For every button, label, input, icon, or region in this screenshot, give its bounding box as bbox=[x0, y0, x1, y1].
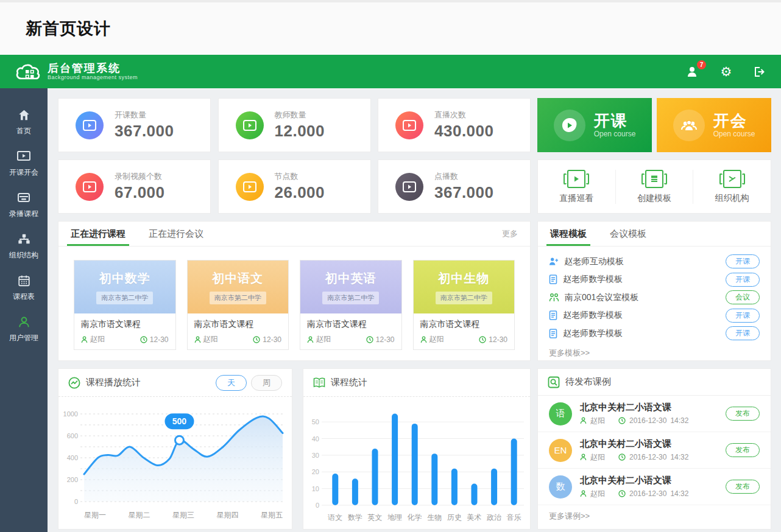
course-time: 12-30 bbox=[376, 335, 395, 344]
template-row: 赵老师数学模板 开课 bbox=[549, 324, 760, 343]
course-card[interactable]: 初中数学 南京市第二中学 南京市语文课程 赵阳 12-30 bbox=[74, 260, 176, 350]
publish-pill[interactable]: 发布 bbox=[726, 443, 760, 457]
ongoing-more-link[interactable]: 更多 bbox=[502, 228, 518, 239]
bar[interactable] bbox=[352, 478, 358, 505]
data-point-marker[interactable] bbox=[175, 436, 183, 444]
live-play-icon bbox=[567, 170, 585, 188]
course-card[interactable]: 初中语文 南京市第二中学 南京市语文课程 赵阳 12-30 bbox=[187, 260, 289, 350]
y-tick-label: 0 bbox=[316, 502, 319, 509]
cloud-logo-icon bbox=[15, 61, 41, 82]
more-templates-link[interactable]: 更多模板>> bbox=[538, 343, 771, 363]
app-title-group: 后台管理系统 Background management system bbox=[48, 63, 138, 81]
bar[interactable] bbox=[431, 453, 437, 505]
subject-avatar: EN bbox=[549, 439, 572, 462]
bar[interactable] bbox=[451, 469, 458, 505]
chart-title: 课程统计 bbox=[331, 377, 367, 388]
settings-button[interactable]: ⚙ bbox=[719, 65, 733, 79]
course-card[interactable]: 初中生物 南京市第二中学 南京市语文课程 赵阳 12-30 bbox=[413, 260, 515, 350]
template-name: 南京001会议室模板 bbox=[565, 292, 638, 303]
bar[interactable] bbox=[392, 413, 398, 505]
action-subtitle: Open course bbox=[713, 130, 755, 138]
start-course-pill[interactable]: 开课 bbox=[726, 309, 760, 323]
subject-avatar: 数 bbox=[549, 475, 572, 499]
start-course-pill[interactable]: 开课 bbox=[726, 326, 760, 340]
open-course-button[interactable]: 开课 Open course bbox=[537, 98, 652, 152]
bar[interactable] bbox=[332, 474, 338, 505]
tab-meeting-templates[interactable]: 会议模板 bbox=[610, 222, 646, 246]
ongoing-panel: 正在进行课程 正在进行会议 更多 初中数学 南京市第二中学 南京市语文课程 bbox=[58, 221, 531, 361]
course-teacher: 赵阳 bbox=[316, 334, 331, 345]
course-statistics-card: 课程统计 01020304050语文数学英文地理化学生物历史美术政治音乐 bbox=[303, 368, 531, 530]
clock-icon bbox=[618, 453, 626, 461]
toggle-week[interactable]: 周 bbox=[251, 375, 282, 391]
bar[interactable] bbox=[472, 483, 478, 505]
person-icon bbox=[307, 336, 314, 343]
video-screen-icon bbox=[16, 150, 31, 163]
start-course-pill[interactable]: 开课 bbox=[726, 254, 760, 268]
book-icon bbox=[313, 377, 325, 388]
more-lessons-link[interactable]: 更多课例>> bbox=[538, 505, 771, 527]
x-tick-label: 星期一 bbox=[84, 511, 106, 519]
bar[interactable] bbox=[491, 469, 497, 505]
file-icon bbox=[549, 310, 557, 320]
course-statistics-bar-chart: 01020304050语文数学英文地理化学生物历史美术政治音乐 bbox=[303, 397, 530, 528]
stat-value: 430.000 bbox=[434, 122, 493, 141]
x-tick-label: 星期二 bbox=[129, 511, 150, 519]
play-circle-icon bbox=[236, 173, 264, 201]
tab-ongoing-courses[interactable]: 正在进行课程 bbox=[71, 222, 125, 246]
sidebar-item-timetable[interactable]: 课程表 bbox=[0, 267, 48, 309]
x-tick-label: 星期五 bbox=[261, 511, 283, 519]
bar[interactable] bbox=[511, 439, 517, 505]
stat-value: 367.000 bbox=[434, 183, 493, 202]
y-tick-label: 10 bbox=[312, 485, 319, 492]
toggle-day[interactable]: 天 bbox=[216, 375, 247, 391]
publish-pill[interactable]: 发布 bbox=[726, 480, 760, 494]
sidebar-item-user-management[interactable]: 用户管理 bbox=[0, 309, 48, 350]
template-row: 赵老师数学模板 开课 bbox=[549, 271, 760, 289]
y-tick-label: 400 bbox=[67, 454, 78, 461]
start-meeting-pill[interactable]: 会议 bbox=[726, 290, 760, 304]
play-circle-icon bbox=[395, 111, 423, 139]
start-course-pill[interactable]: 开课 bbox=[726, 273, 760, 287]
person-icon bbox=[580, 453, 587, 461]
publish-pill[interactable]: 发布 bbox=[726, 407, 760, 421]
quick-link-organization[interactable]: 组织机构 bbox=[693, 170, 771, 204]
sidebar-item-organization[interactable]: 组织结构 bbox=[0, 226, 48, 267]
open-meeting-button[interactable]: 开会 Open course bbox=[657, 98, 771, 152]
quick-link-create-template[interactable]: 创建模板 bbox=[615, 170, 693, 204]
lesson-title: 北京中关村二小语文课 bbox=[580, 438, 688, 450]
person-add-icon bbox=[549, 257, 559, 266]
sidebar-item-open-course-meeting[interactable]: 开课开会 bbox=[0, 143, 48, 184]
x-tick-label: 地理 bbox=[387, 513, 402, 522]
tab-ongoing-meetings[interactable]: 正在进行会议 bbox=[149, 222, 203, 246]
course-school-badge: 南京市第二中学 bbox=[210, 292, 266, 304]
user-notifications-button[interactable]: 7 bbox=[686, 65, 701, 79]
lesson-teacher: 赵阳 bbox=[590, 452, 605, 463]
course-subject: 初中数学 bbox=[99, 270, 150, 287]
course-time: 12-30 bbox=[263, 335, 281, 344]
sidebar-item-recorded-courses[interactable]: 录播课程 bbox=[0, 184, 48, 226]
logout-icon bbox=[753, 66, 765, 78]
person-icon bbox=[580, 490, 587, 497]
quick-link-live-patrol[interactable]: 直播巡看 bbox=[538, 170, 615, 204]
logout-button[interactable] bbox=[752, 65, 766, 79]
sidebar: 首页 开课开会 录播课程 组织结构 bbox=[0, 88, 48, 532]
stat-label: 节点数 bbox=[275, 171, 325, 182]
sidebar-item-home[interactable]: 首页 bbox=[0, 102, 48, 143]
course-card[interactable]: 初中英语 南京市第二中学 南京市语文课程 赵阳 12-30 bbox=[300, 260, 402, 350]
course-name: 南京市语文课程 bbox=[307, 319, 395, 330]
tab-course-templates[interactable]: 课程模板 bbox=[550, 222, 587, 246]
course-teacher: 赵阳 bbox=[90, 334, 105, 345]
x-tick-label: 星期三 bbox=[172, 511, 194, 519]
org-arrow-icon bbox=[723, 170, 741, 188]
stat-label: 录制视频个数 bbox=[115, 171, 165, 182]
course-time: 12-30 bbox=[150, 335, 169, 344]
y-tick-label: 0 bbox=[74, 498, 78, 505]
person-icon bbox=[81, 336, 88, 343]
bar[interactable] bbox=[412, 424, 418, 505]
play-statistics-line-chart: 02004006001000星期一星期二星期三星期四星期五500 bbox=[58, 397, 292, 528]
quick-links-panel: 直播巡看 创建模板 组织机构 bbox=[537, 159, 771, 214]
bar[interactable] bbox=[372, 449, 378, 505]
x-tick-label: 英文 bbox=[368, 513, 383, 522]
sidebar-item-label: 课程表 bbox=[13, 292, 35, 302]
